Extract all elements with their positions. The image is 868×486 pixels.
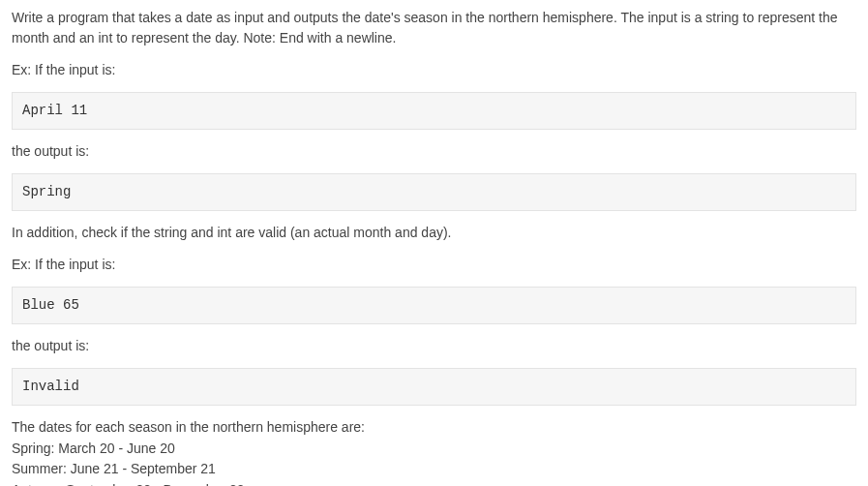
season-summer: Summer: June 21 - September 21 — [12, 459, 856, 480]
seasons-block: The dates for each season in the norther… — [12, 417, 856, 486]
validation-note: In addition, check if the string and int… — [12, 223, 856, 243]
example1-input-code: April 11 — [12, 92, 856, 130]
seasons-heading: The dates for each season in the norther… — [12, 417, 856, 439]
example2-input-label: Ex: If the input is: — [12, 255, 856, 275]
season-autumn: Autumn: September 22 - December 20 — [12, 480, 856, 486]
example2-output-label: the output is: — [12, 336, 856, 356]
season-spring: Spring: March 20 - June 20 — [12, 439, 856, 460]
example2-input-code: Blue 65 — [12, 287, 856, 324]
example2-output-code: Invalid — [12, 368, 856, 406]
example1-output-code: Spring — [12, 173, 856, 211]
intro-paragraph: Write a program that takes a date as inp… — [12, 8, 856, 48]
example1-output-label: the output is: — [12, 141, 856, 162]
example1-input-label: Ex: If the input is: — [12, 60, 856, 80]
